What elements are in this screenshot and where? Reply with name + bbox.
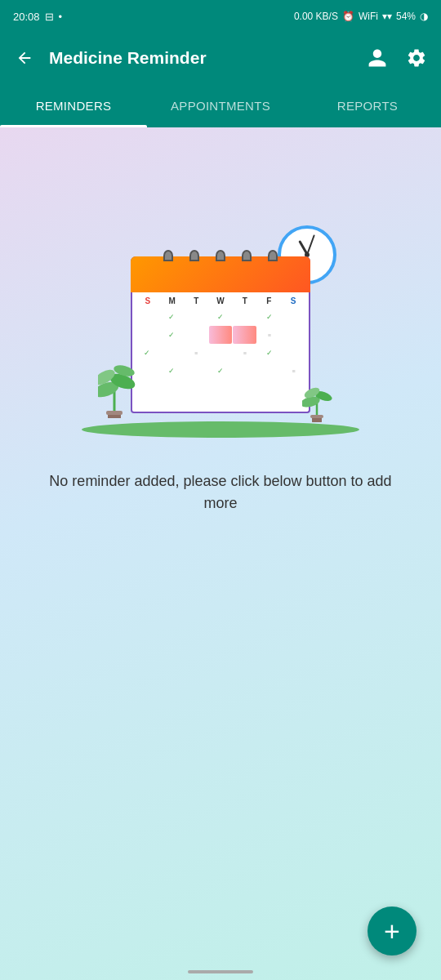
cell-4-3 (185, 362, 208, 380)
cell-1-5 (233, 308, 256, 326)
illustration: S M T W T F S ✓ ✓ ✓ (98, 225, 343, 438)
cell-2-3 (185, 326, 208, 344)
network-speed: 0.00 KB/S (294, 11, 338, 22)
cell-1-1 (136, 308, 159, 326)
plant-left (98, 353, 147, 421)
plant-right (302, 373, 335, 425)
app-title: Medicine Reminder (49, 48, 353, 68)
cell-1-7 (282, 308, 305, 326)
battery-display: 54% (396, 11, 416, 22)
dot-indicator: • (59, 11, 63, 23)
wifi-icon: WiFi (359, 11, 378, 22)
settings-button[interactable] (405, 47, 428, 69)
spiral-3 (216, 250, 225, 261)
cell-3-2 (160, 344, 184, 362)
spiral-5 (268, 250, 278, 261)
day-w: W (208, 296, 233, 306)
cell-1-4: ✓ (209, 308, 233, 326)
spiral-4 (242, 250, 252, 261)
screenshot-icon: ⊟ (45, 11, 54, 23)
cell-4-2: ✓ (160, 362, 184, 380)
svg-rect-6 (106, 411, 122, 415)
cell-4-5 (233, 362, 256, 380)
cal-row-1: ✓ ✓ ✓ (136, 308, 305, 326)
day-t1: T (184, 296, 208, 306)
cell-2-4 (209, 326, 233, 344)
cell-3-3: ≡ (185, 344, 208, 362)
spiral-2 (189, 250, 199, 261)
time-display: 20:08 (13, 11, 40, 23)
cell-2-7 (282, 326, 305, 344)
cell-1-3 (185, 308, 208, 326)
tab-appointments[interactable]: Appointments (147, 83, 294, 127)
tab-reports[interactable]: Reports (294, 83, 441, 127)
day-f: F (257, 296, 282, 306)
spiral-1 (163, 250, 173, 261)
day-s1: S (136, 296, 160, 306)
signal-icon: ▾▾ (382, 11, 392, 22)
cell-3-5: ≡ (233, 344, 256, 362)
app-bar-actions (366, 47, 428, 69)
calendar-illustration: S M T W T F S ✓ ✓ ✓ (131, 250, 310, 413)
svg-rect-12 (310, 415, 323, 418)
cell-2-5 (233, 326, 256, 344)
cell-2-2: ✓ (160, 326, 184, 344)
calendar-spirals (155, 250, 286, 261)
cal-row-4: ✓ ✓ ≡ (136, 362, 305, 380)
day-s2: S (281, 296, 305, 306)
empty-state-message: No reminder added, please click below bu… (0, 470, 441, 514)
cell-3-4 (209, 344, 233, 362)
cell-3-7 (282, 344, 305, 362)
main-content: S M T W T F S ✓ ✓ ✓ (0, 127, 441, 980)
profile-button[interactable] (366, 47, 389, 69)
bottom-nav-indicator (188, 970, 253, 973)
status-bar: 20:08 ⊟ • 0.00 KB/S ⏰ WiFi ▾▾ 54% ◑ (0, 0, 441, 33)
app-bar: Medicine Reminder (0, 33, 441, 83)
status-left: 20:08 ⊟ • (13, 11, 62, 23)
tab-bar: Reminders Appointments Reports (0, 83, 441, 127)
cell-3-6: ✓ (257, 344, 281, 362)
calendar-body: S M T W T F S ✓ ✓ ✓ (131, 292, 310, 413)
cell-4-4: ✓ (209, 362, 233, 380)
day-t2: T (233, 296, 257, 306)
cell-2-6: ≡ (257, 326, 281, 344)
cal-row-3: ✓ ≡ ≡ ✓ (136, 344, 305, 362)
calendar-header (131, 256, 310, 292)
status-right: 0.00 KB/S ⏰ WiFi ▾▾ 54% ◑ (294, 11, 428, 22)
cell-1-6: ✓ (257, 308, 281, 326)
alarm-icon: ⏰ (342, 11, 354, 22)
back-button[interactable] (13, 47, 36, 69)
day-m: M (160, 296, 185, 306)
cell-1-2: ✓ (160, 308, 184, 326)
cell-4-6 (257, 362, 281, 380)
cal-row-2: ✓ ≡ (136, 326, 305, 344)
battery-icon: ◑ (420, 11, 428, 22)
add-reminder-fab[interactable]: + (368, 906, 416, 956)
cell-2-1 (136, 326, 159, 344)
calendar-day-headers: S M T W T F S (136, 296, 305, 306)
tab-reminders[interactable]: Reminders (0, 83, 147, 127)
